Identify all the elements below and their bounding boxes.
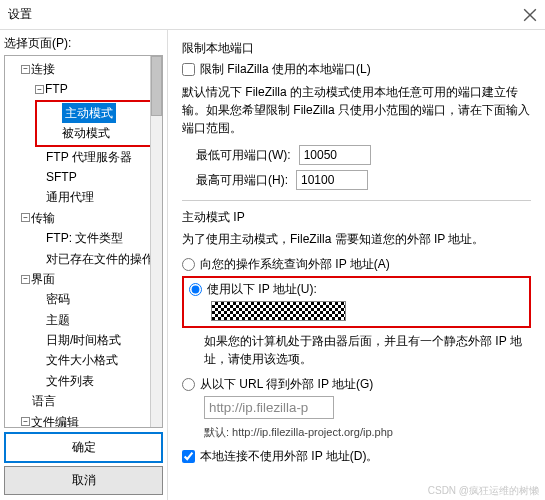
tree-connection[interactable]: 连接 bbox=[31, 59, 55, 79]
active-ip-desc: 为了使用主动模式，FileZilla 需要知道您的外部 IP 地址。 bbox=[182, 230, 531, 248]
cancel-button[interactable]: 取消 bbox=[4, 466, 163, 495]
expander-icon[interactable]: − bbox=[35, 85, 44, 94]
url-default-note: 默认: http://ip.filezilla-project.org/ip.p… bbox=[204, 425, 531, 440]
tree-passive-mode[interactable]: 被动模式 bbox=[62, 123, 110, 143]
tree-ftp[interactable]: FTP bbox=[45, 79, 68, 99]
group-limit-ports-title: 限制本地端口 bbox=[182, 40, 531, 57]
tree-generic-proxy[interactable]: 通用代理 bbox=[46, 187, 94, 207]
radio-ask-os[interactable] bbox=[182, 258, 195, 271]
expander-icon[interactable]: − bbox=[21, 65, 30, 74]
tree-scrollbar[interactable] bbox=[150, 56, 162, 427]
limit-ports-desc: 默认情况下 FileZilla 的主动模式使用本地任意可用的端口建立传输。如果您… bbox=[182, 83, 531, 137]
tree-language[interactable]: 语言 bbox=[32, 391, 56, 411]
tree-file-edit[interactable]: 文件编辑 bbox=[31, 412, 79, 427]
high-port-label: 最高可用端口(H): bbox=[196, 172, 288, 189]
tree-active-mode[interactable]: 主动模式 bbox=[62, 103, 116, 123]
group-active-ip-title: 主动模式 IP bbox=[182, 209, 531, 226]
settings-tree[interactable]: −连接 −FTP 主动模式 被动模式 FTP 代理服务器 SFTP bbox=[5, 56, 162, 427]
watermark: CSDN @疯狂运维的树懒 bbox=[428, 484, 539, 498]
local-no-external-label: 本地连接不使用外部 IP 地址(D)。 bbox=[200, 448, 378, 465]
limit-ports-checkbox[interactable] bbox=[182, 63, 195, 76]
tree-filelist[interactable]: 文件列表 bbox=[46, 371, 94, 391]
expander-icon[interactable]: − bbox=[21, 213, 30, 222]
page-select-label: 选择页面(P): bbox=[4, 35, 163, 52]
radio-from-url[interactable] bbox=[182, 378, 195, 391]
tree-ui[interactable]: 界面 bbox=[31, 269, 55, 289]
ip-address-input[interactable] bbox=[211, 301, 346, 321]
tree-sftp[interactable]: SFTP bbox=[46, 167, 77, 187]
radio-use-ip[interactable] bbox=[189, 283, 202, 296]
low-port-input[interactable] bbox=[299, 145, 371, 165]
local-no-external-checkbox[interactable] bbox=[182, 450, 195, 463]
expander-icon[interactable]: − bbox=[21, 275, 30, 284]
radio-ask-os-label: 向您的操作系统查询外部 IP 地址(A) bbox=[200, 256, 390, 273]
url-input[interactable] bbox=[204, 396, 334, 419]
tree-transfer[interactable]: 传输 bbox=[31, 208, 55, 228]
expander-icon[interactable]: − bbox=[21, 417, 30, 426]
use-ip-note: 如果您的计算机处于路由器后面，并且有一个静态外部 IP 地址，请使用该选项。 bbox=[204, 332, 531, 368]
tree-ftp-proxy[interactable]: FTP 代理服务器 bbox=[46, 147, 132, 167]
radio-from-url-label: 从以下 URL 得到外部 IP 地址(G) bbox=[200, 376, 373, 393]
limit-ports-label: 限制 FilaZilla 使用的本地端口(L) bbox=[200, 61, 371, 78]
radio-use-ip-label: 使用以下 IP 地址(U): bbox=[207, 281, 317, 298]
tree-existing-files[interactable]: 对已存在文件的操作 bbox=[46, 249, 154, 269]
tree-datetime[interactable]: 日期/时间格式 bbox=[46, 330, 121, 350]
window-title: 设置 bbox=[8, 6, 32, 23]
low-port-label: 最低可用端口(W): bbox=[196, 147, 291, 164]
tree-theme[interactable]: 主题 bbox=[46, 310, 70, 330]
high-port-input[interactable] bbox=[296, 170, 368, 190]
close-icon[interactable] bbox=[523, 8, 537, 22]
tree-password[interactable]: 密码 bbox=[46, 289, 70, 309]
tree-filesize[interactable]: 文件大小格式 bbox=[46, 350, 118, 370]
ok-button[interactable]: 确定 bbox=[4, 432, 163, 463]
tree-file-types[interactable]: FTP: 文件类型 bbox=[46, 228, 123, 248]
